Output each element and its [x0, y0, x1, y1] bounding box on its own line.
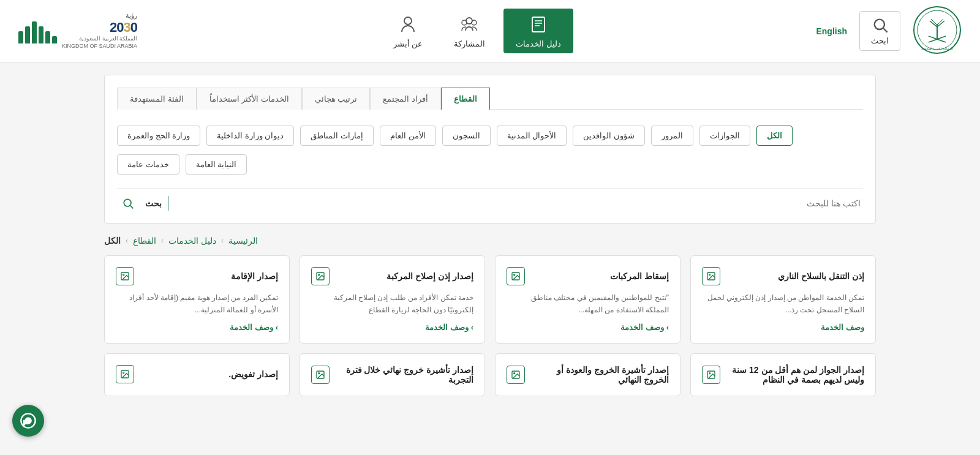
search-button[interactable]: ابحث	[859, 11, 900, 51]
sector-all[interactable]: الكل	[756, 126, 793, 146]
sector-filters-row1: الكل الجوازات المرور شؤون الوافدين الأحو…	[117, 119, 863, 152]
service-card-1: إسقاط المركبات "تتيح للمواطنين والمقيمين…	[495, 255, 680, 344]
card-header-0: إذن التنقل بالسلاح الناري	[702, 267, 864, 285]
breadcrumb: الرئيسية › دليل الخدمات › القطاع › الكل	[104, 236, 876, 246]
sector-traffic[interactable]: المرور	[651, 126, 693, 146]
vision-logo: رؤية 2030 المملكة العربية السعوديةKINGDO…	[18, 12, 137, 50]
svg-point-37	[123, 372, 124, 373]
svg-point-23	[709, 274, 710, 276]
vision-subtitle: المملكة العربية السعوديةKINGDOM OF SAUDI…	[62, 36, 137, 50]
breadcrumb-guide[interactable]: دليل الخدمات	[168, 236, 216, 246]
svg-point-33	[514, 372, 515, 374]
card-header-6: إصدار تأشيرة خروج نهائي خلال فترة التجرب…	[311, 365, 473, 385]
header-right: المملكة العربية السعودية ابحث English	[816, 6, 962, 56]
sector-prosecution[interactable]: النيابة العامة	[186, 154, 247, 175]
sector-prisons[interactable]: السجون	[442, 126, 491, 146]
search-submit-button[interactable]	[117, 197, 139, 209]
search-label: ابحث	[871, 36, 889, 45]
card-header-3: إصدار الإقامة	[116, 267, 278, 285]
breadcrumb-sep2: ›	[161, 236, 164, 245]
svg-point-31	[709, 372, 710, 374]
breadcrumb-sep3: ›	[126, 236, 128, 245]
card-desc-0: تمكن الخدمة المواطن من إصدار إذن إلكترون…	[702, 291, 864, 317]
nav-item-guide[interactable]: دليل الخدمات	[503, 9, 573, 53]
absher-icon	[397, 13, 419, 36]
tab-target[interactable]: الفئة المستهدفة	[117, 88, 197, 110]
sector-passports[interactable]: الجوازات	[699, 126, 750, 146]
card-icon-5	[507, 366, 525, 384]
book-icon	[527, 13, 549, 36]
svg-point-25	[514, 274, 515, 276]
card-title-4: إصدار الجواز لمن هم أقل من 12 سنة وليس ل…	[725, 365, 864, 385]
sector-expats[interactable]: شؤون الوافدين	[573, 126, 645, 146]
card-link-1[interactable]: › وصف الخدمة	[507, 323, 669, 332]
tab-community[interactable]: أفراد المجتمع	[370, 88, 441, 110]
card-header-7: إصدار تفويض.	[116, 365, 278, 383]
svg-text:المملكة العربية السعودية: المملكة العربية السعودية	[921, 47, 953, 51]
tab-hejabi[interactable]: ترتيب هجائي	[302, 88, 371, 110]
card-title-5: إصدار تأشيرة الخروج والعودة أو الخروج ال…	[530, 365, 669, 385]
breadcrumb-home[interactable]: الرئيسية	[228, 236, 258, 246]
tab-sector[interactable]: القطاع	[441, 88, 490, 110]
card-icon-4	[702, 366, 720, 384]
card-header-5: إصدار تأشيرة الخروج والعودة أو الخروج ال…	[507, 365, 669, 385]
card-title-7: إصدار تفويض.	[228, 369, 278, 379]
card-icon-7	[116, 365, 134, 383]
card-title-0: إذن التنقل بالسلاح الناري	[778, 271, 864, 281]
svg-point-19	[404, 17, 412, 24]
card-icon-3	[116, 267, 134, 285]
search-input[interactable]	[175, 196, 863, 211]
card-link-2[interactable]: › وصف الخدمة	[311, 323, 473, 332]
header-nav: دليل الخدمات المشاركة	[380, 9, 573, 53]
vision-year: 2030	[62, 20, 137, 36]
header-left: رؤية 2030 المملكة العربية السعوديةKINGDO…	[18, 12, 137, 50]
service-card-7: إصدار تفويض.	[104, 353, 290, 396]
sector-hajj[interactable]: وزارة الحج والعمرة	[117, 126, 200, 146]
nav-item-participation[interactable]: المشاركة	[442, 9, 497, 53]
sector-interior[interactable]: ديوان وزارة الداخلية	[206, 126, 294, 146]
svg-point-29	[123, 274, 124, 276]
sector-regions[interactable]: إمارات المناطق	[300, 126, 374, 146]
svg-point-27	[318, 274, 320, 276]
tab-most-used[interactable]: الخدمات الأكثر استخداماً	[197, 88, 302, 110]
card-title-2: إصدار إذن إصلاح المركبة	[386, 271, 473, 281]
service-card-0: إذن التنقل بالسلاح الناري تمكن الخدمة ال…	[690, 255, 876, 344]
search-icon	[872, 17, 889, 34]
card-header-2: إصدار إذن إصلاح المركبة	[311, 267, 473, 285]
search-bar: بحث	[117, 188, 863, 211]
chat-button[interactable]	[12, 405, 44, 408]
header: المملكة العربية السعودية ابحث English	[0, 0, 980, 62]
card-icon-2	[311, 267, 330, 285]
card-desc-1: "تتيح للمواطنين والمقيمين في مختلف مناطق…	[507, 291, 669, 317]
sector-civil[interactable]: الأحوال المدنية	[497, 126, 567, 146]
tab-row: القطاع أفراد المجتمع ترتيب هجائي الخدمات…	[117, 88, 863, 110]
breadcrumb-sep1: ›	[221, 236, 224, 245]
nav-item-absher[interactable]: عن أبشر	[380, 9, 435, 53]
svg-rect-12	[532, 17, 545, 32]
card-header-4: إصدار الجواز لمن هم أقل من 12 سنة وليس ل…	[702, 365, 864, 385]
service-card-5: إصدار تأشيرة الخروج والعودة أو الخروج ال…	[495, 353, 680, 396]
service-card-3: إصدار الإقامة تمكين الفرد من إصدار هوية …	[104, 255, 290, 344]
english-link[interactable]: English	[816, 26, 847, 36]
card-title-1: إسقاط المركبات	[610, 271, 669, 281]
filter-section: القطاع أفراد المجتمع ترتيب هجائي الخدمات…	[104, 75, 876, 224]
nav-label-absher: عن أبشر	[393, 39, 423, 48]
card-title-3: إصدار الإقامة	[231, 271, 278, 281]
participation-icon	[458, 13, 480, 36]
card-link-3[interactable]: › وصف الخدمة	[116, 323, 278, 332]
breadcrumb-sector[interactable]: القطاع	[133, 236, 156, 246]
main-content: القطاع أفراد المجتمع ترتيب هجائي الخدمات…	[92, 62, 888, 408]
svg-point-18	[472, 20, 477, 25]
card-icon-6	[311, 366, 330, 384]
svg-line-21	[130, 206, 134, 209]
svg-point-17	[462, 20, 467, 25]
sector-public[interactable]: خدمات عامة	[117, 154, 179, 175]
card-link-0[interactable]: وصف الخدمة	[702, 323, 864, 332]
nav-label-participation: المشاركة	[454, 39, 485, 48]
cards-grid: إذن التنقل بالسلاح الناري تمكن الخدمة ال…	[104, 255, 876, 396]
sector-security[interactable]: الأمن العام	[380, 126, 436, 146]
card-icon-0	[702, 267, 720, 285]
svg-point-35	[318, 372, 320, 374]
card-header-1: إسقاط المركبات	[507, 267, 669, 285]
search-divider	[168, 196, 168, 211]
